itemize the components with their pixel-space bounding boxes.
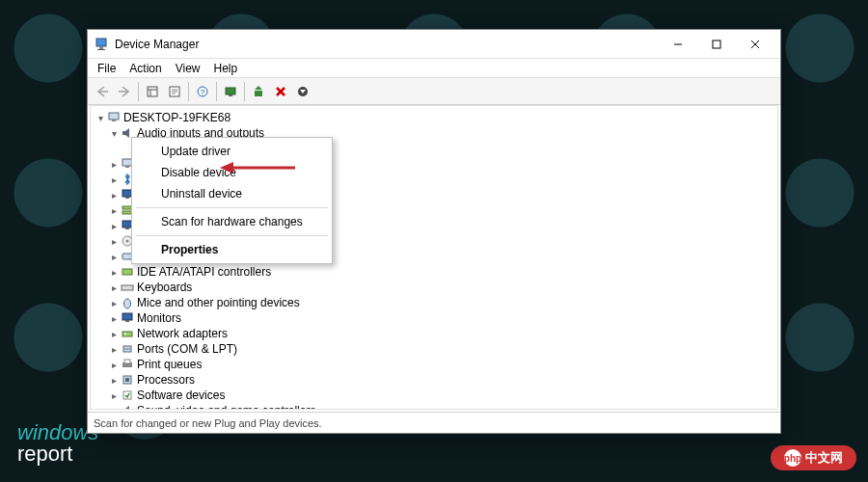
- chevron-right-icon[interactable]: ▸: [108, 344, 120, 355]
- maximize-button[interactable]: [697, 31, 736, 58]
- chevron-right-icon[interactable]: ▸: [108, 252, 120, 262]
- disable-device-button[interactable]: [292, 81, 313, 102]
- tree-category[interactable]: ▸Keyboards: [93, 280, 775, 295]
- menubar: File Action View Help: [88, 59, 780, 78]
- php-badge: php 中文网: [771, 445, 856, 470]
- svg-rect-33: [125, 228, 129, 229]
- chevron-right-icon[interactable]: ▸: [108, 190, 120, 201]
- chevron-right-icon[interactable]: ▸: [108, 329, 120, 339]
- chevron-right-icon[interactable]: ▸: [108, 159, 120, 170]
- chevron-right-icon[interactable]: ▸: [108, 205, 120, 216]
- device-tree[interactable]: ▾ DESKTOP-19FKE68 ▾ Audio inputs and out…: [90, 105, 778, 410]
- menu-help[interactable]: Help: [208, 61, 244, 76]
- svg-rect-18: [226, 88, 235, 94]
- chevron-right-icon[interactable]: ▸: [108, 267, 120, 278]
- chevron-down-icon[interactable]: ▾: [95, 113, 106, 123]
- tree-category[interactable]: ▸Sound, video and game controllers: [93, 403, 775, 410]
- device-icon: [120, 372, 135, 388]
- chevron-right-icon[interactable]: ▸: [108, 174, 120, 185]
- category-label: Sound, video and game controllers: [137, 404, 315, 410]
- svg-point-47: [128, 348, 130, 350]
- category-label: Software devices: [137, 388, 225, 402]
- chevron-right-icon[interactable]: ▸: [108, 375, 120, 386]
- chevron-right-icon[interactable]: ▸: [108, 360, 120, 370]
- uninstall-device-button[interactable]: [270, 81, 291, 102]
- svg-rect-2: [97, 49, 105, 50]
- tree-category[interactable]: ▸Monitors: [93, 310, 775, 326]
- svg-rect-9: [148, 87, 157, 96]
- update-driver-button[interactable]: [248, 81, 269, 102]
- tree-category[interactable]: ▸Ports (COM & LPT): [93, 341, 775, 357]
- chevron-right-icon[interactable]: ▸: [108, 406, 120, 411]
- menu-view[interactable]: View: [170, 61, 206, 76]
- device-icon: [120, 326, 135, 341]
- watermark-line2: report: [17, 443, 98, 465]
- menu-file[interactable]: File: [92, 61, 122, 76]
- chevron-right-icon[interactable]: ▸: [108, 282, 120, 293]
- help-button[interactable]: ?: [192, 81, 213, 102]
- svg-point-39: [124, 299, 131, 308]
- chevron-right-icon[interactable]: ▸: [108, 221, 120, 231]
- device-icon: [120, 341, 135, 357]
- device-icon: [120, 295, 135, 310]
- root-label: DESKTOP-19FKE68: [123, 111, 231, 124]
- chevron-right-icon[interactable]: ▸: [108, 236, 120, 247]
- window-title: Device Manager: [115, 38, 199, 51]
- chevron-right-icon[interactable]: ▸: [108, 313, 120, 324]
- svg-rect-19: [229, 94, 232, 96]
- scan-hardware-button[interactable]: [220, 81, 241, 102]
- svg-point-46: [126, 348, 128, 350]
- svg-text:?: ?: [201, 88, 205, 96]
- device-manager-window: Device Manager File Action View Help ? ▾…: [87, 29, 781, 434]
- category-label: IDE ATA/ATAPI controllers: [137, 265, 271, 279]
- device-icon: [120, 388, 135, 403]
- device-icon: [120, 310, 135, 326]
- svg-rect-42: [122, 332, 132, 336]
- category-label: Network adapters: [137, 327, 228, 340]
- svg-rect-38: [122, 285, 133, 290]
- tree-category[interactable]: ▸Network adapters: [93, 326, 775, 341]
- category-label: Ports (COM & LPT): [137, 342, 237, 356]
- svg-rect-41: [125, 320, 129, 322]
- context-update-driver[interactable]: Update driver: [134, 141, 330, 162]
- svg-rect-49: [124, 360, 130, 363]
- context-properties[interactable]: Properties: [134, 239, 330, 260]
- chevron-down-icon[interactable]: ▾: [108, 128, 120, 139]
- svg-rect-40: [122, 313, 132, 320]
- context-separator: [136, 235, 328, 236]
- context-disable-device[interactable]: Disable device: [134, 162, 330, 183]
- titlebar[interactable]: Device Manager: [88, 30, 780, 59]
- tree-category[interactable]: ▸Processors: [93, 372, 775, 388]
- tree-category[interactable]: ▸Print queues: [93, 357, 775, 372]
- device-context-menu: Update driver Disable device Uninstall d…: [131, 137, 333, 264]
- show-hidden-button[interactable]: [142, 81, 163, 102]
- properties-button[interactable]: [164, 81, 185, 102]
- context-uninstall-device[interactable]: Uninstall device: [134, 183, 330, 204]
- tree-root[interactable]: ▾ DESKTOP-19FKE68: [93, 110, 775, 125]
- minimize-button[interactable]: [659, 31, 697, 58]
- chevron-right-icon[interactable]: ▸: [108, 298, 120, 308]
- svg-rect-25: [112, 120, 116, 121]
- php-logo-icon: php: [784, 449, 801, 467]
- tree-category[interactable]: ▸Mice and other pointing devices: [93, 295, 775, 310]
- chevron-right-icon[interactable]: ▸: [108, 390, 120, 401]
- svg-rect-4: [713, 40, 720, 48]
- toolbar: ?: [88, 78, 780, 105]
- tree-category[interactable]: ▸Software devices: [93, 388, 775, 403]
- close-button[interactable]: [736, 31, 774, 58]
- back-button[interactable]: [92, 81, 113, 102]
- category-label: Print queues: [137, 358, 202, 371]
- forward-button[interactable]: [114, 81, 135, 102]
- svg-rect-37: [122, 269, 132, 275]
- tree-category[interactable]: ▸IDE ATA/ATAPI controllers: [93, 264, 775, 280]
- statusbar: Scan for changed or new Plug and Play de…: [88, 412, 780, 433]
- context-separator: [136, 207, 328, 208]
- menu-action[interactable]: Action: [123, 61, 167, 76]
- svg-rect-0: [96, 39, 106, 46]
- device-icon: [120, 357, 135, 372]
- device-icon: [120, 403, 135, 410]
- context-scan-hardware[interactable]: Scan for hardware changes: [134, 211, 330, 232]
- svg-rect-20: [255, 91, 262, 96]
- php-badge-text: 中文网: [805, 449, 843, 467]
- device-icon: [120, 264, 135, 280]
